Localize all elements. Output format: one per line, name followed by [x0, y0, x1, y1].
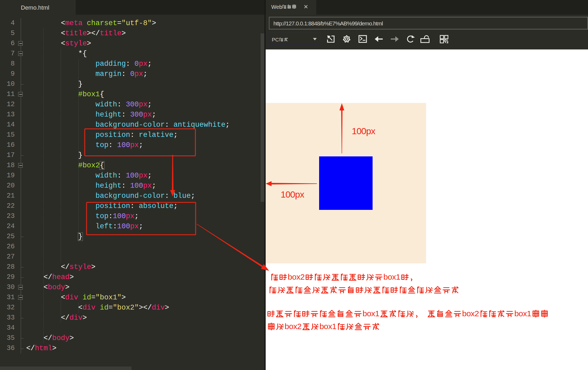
svg-text:box1: box1 — [514, 309, 531, 318]
svg-text:PC: PC — [272, 37, 279, 43]
svg-text:box1: box1 — [384, 272, 400, 281]
svg-text:http://127.0.0.1:8848/b%E7%AB%: http://127.0.0.1:8848/b%E7%AB%99/demo.ht… — [273, 20, 383, 26]
svg-text:box1: box1 — [363, 309, 380, 318]
svg-text:100px: 100px — [281, 189, 304, 199]
svg-text:box2: box2 — [285, 322, 301, 331]
svg-text:box2: box2 — [462, 309, 479, 318]
svg-text:Web: Web — [271, 4, 282, 10]
svg-text:box2: box2 — [288, 272, 305, 281]
svg-text:box1: box1 — [319, 322, 336, 331]
svg-text:100px: 100px — [352, 126, 376, 136]
